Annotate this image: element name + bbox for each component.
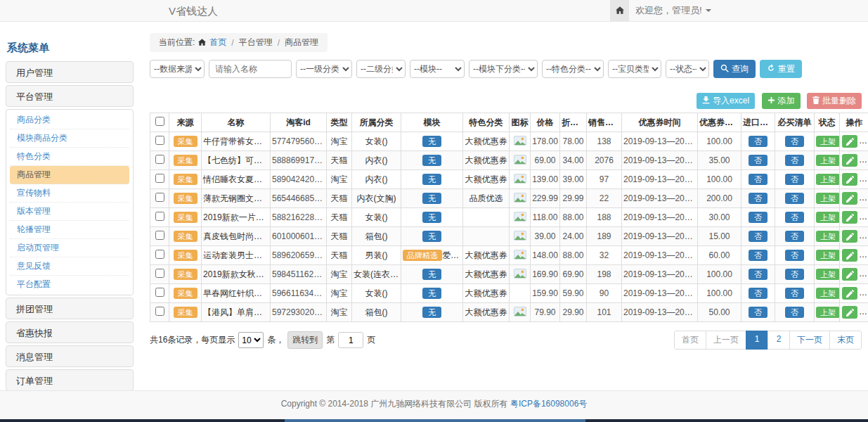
imported-flag-button[interactable]: 否 — [749, 288, 767, 300]
imported-flag-button[interactable]: 否 — [749, 174, 767, 186]
item-type-select[interactable]: --宝贝类型-- — [608, 60, 661, 78]
level1-category-select[interactable]: --一级分类-- — [296, 60, 352, 78]
row-checkbox[interactable] — [155, 288, 164, 297]
must-buy-flag-button[interactable]: 否 — [785, 174, 804, 186]
sidebar-group-4[interactable]: 消息管理 — [6, 345, 134, 367]
page-button-下一页[interactable]: 下一页 — [789, 331, 830, 350]
must-buy-flag-button[interactable]: 否 — [785, 307, 804, 319]
must-buy-flag-button[interactable]: 否 — [785, 155, 804, 167]
status-badge[interactable]: 上架 — [816, 212, 840, 224]
select-all-checkbox[interactable] — [155, 117, 164, 126]
page-button-末页[interactable]: 末页 — [829, 331, 862, 350]
edit-button[interactable] — [842, 249, 857, 262]
edit-button[interactable] — [842, 154, 857, 167]
sidebar-item[interactable]: 启动页管理 — [10, 239, 129, 257]
taoke-id: 577479560965 — [271, 132, 327, 151]
navbar-home-button[interactable] — [610, 0, 629, 21]
name-input[interactable] — [209, 60, 292, 78]
edit-button[interactable] — [842, 173, 857, 186]
sidebar-group-0[interactable]: 用户管理 — [6, 61, 134, 83]
status-badge[interactable]: 上架 — [816, 174, 840, 186]
row-checkbox[interactable] — [155, 307, 164, 316]
column-header: 优惠券时间 — [622, 113, 698, 132]
row-checkbox[interactable] — [155, 250, 164, 259]
imported-flag-button[interactable]: 否 — [749, 307, 767, 319]
row-checkbox[interactable] — [155, 174, 164, 183]
row-checkbox[interactable] — [155, 136, 164, 145]
reset-button[interactable]: 重置 — [760, 60, 802, 78]
must-buy-flag-button[interactable]: 否 — [785, 212, 804, 224]
edit-button[interactable] — [842, 192, 857, 205]
search-button[interactable]: 查询 — [713, 60, 756, 78]
import-excel-button[interactable]: 导入excel — [697, 93, 755, 109]
sidebar-item[interactable]: 宣传物料 — [10, 184, 129, 203]
page-button-2[interactable]: 2 — [767, 331, 790, 350]
status-select[interactable]: --状态-- — [666, 60, 709, 78]
edit-button[interactable] — [842, 230, 857, 243]
imported-flag-button[interactable]: 否 — [749, 136, 767, 148]
row-checkbox[interactable] — [155, 269, 164, 278]
edit-button[interactable] — [842, 306, 857, 319]
status-cell: 上架 — [815, 284, 840, 303]
page-button-首页[interactable]: 首页 — [674, 331, 706, 350]
status-badge[interactable]: 上架 — [816, 307, 840, 319]
must-buy-flag-button[interactable]: 否 — [785, 136, 804, 148]
imported-flag-button[interactable]: 否 — [749, 231, 767, 243]
imported-flag-button[interactable]: 否 — [749, 212, 767, 224]
sidebar-item[interactable]: 模块商品分类 — [10, 129, 129, 148]
imported-flag-button[interactable]: 否 — [749, 155, 767, 167]
imported-flag-button[interactable]: 否 — [749, 269, 767, 281]
sidebar-group-2[interactable]: 拼团管理 — [6, 298, 134, 319]
imported-flag-button[interactable]: 否 — [749, 250, 767, 262]
sidebar-item[interactable]: 商品分类 — [10, 111, 129, 129]
jump-button[interactable]: 跳转到 — [287, 331, 323, 349]
must-buy-flag-button[interactable]: 否 — [785, 269, 804, 281]
row-select-cell — [150, 227, 169, 246]
level2-category-select[interactable]: --二级分类-- — [356, 60, 406, 78]
status-badge[interactable]: 上架 — [816, 193, 840, 205]
module-sub-category-select[interactable]: --模块下分类-- — [469, 60, 538, 78]
page-button-1[interactable]: 1 — [746, 331, 768, 350]
breadcrumb-home-link[interactable]: 首页 — [209, 37, 226, 49]
edit-button[interactable] — [842, 268, 857, 281]
must-buy-flag-button[interactable]: 否 — [785, 193, 804, 205]
module-select[interactable]: --模块-- — [410, 60, 465, 78]
user-menu[interactable]: 欢迎您，管理员! — [635, 0, 711, 21]
status-badge[interactable]: 上架 — [816, 231, 840, 243]
sidebar-item[interactable]: 轮播管理 — [10, 221, 129, 239]
status-badge[interactable]: 上架 — [816, 288, 840, 300]
row-checkbox[interactable] — [155, 155, 164, 164]
page-button-上一页[interactable]: 上一页 — [706, 331, 746, 350]
must-buy-flag-button[interactable]: 否 — [785, 231, 804, 243]
sidebar-item[interactable]: 意见反馈 — [10, 257, 129, 276]
status-badge[interactable]: 上架 — [816, 250, 840, 262]
edit-button[interactable] — [842, 135, 857, 148]
sidebar-group-3[interactable]: 省惠快报 — [6, 321, 134, 343]
feature-category-select[interactable]: --特色分类-- — [542, 60, 604, 78]
page-jump-input[interactable] — [338, 332, 363, 348]
status-badge[interactable]: 上架 — [816, 269, 840, 281]
sidebar-item[interactable]: 平台配置 — [10, 276, 129, 293]
product-category: 女装() — [352, 132, 401, 151]
row-checkbox[interactable] — [155, 193, 164, 202]
edit-button[interactable] — [842, 287, 857, 300]
sidebar-item-active[interactable]: 商品管理 — [10, 166, 129, 184]
sidebar-item[interactable]: 特色分类 — [10, 148, 129, 166]
must-buy-flag-button[interactable]: 否 — [785, 250, 804, 262]
page-size-select[interactable]: 10 — [238, 332, 264, 348]
sidebar-group-1[interactable]: 平台管理 — [6, 85, 134, 107]
must-buy-flag-button[interactable]: 否 — [785, 288, 804, 300]
status-badge[interactable]: 上架 — [816, 155, 840, 167]
row-checkbox[interactable] — [155, 231, 164, 240]
feature-category: 大额优惠券 — [463, 170, 510, 189]
data-source-select[interactable]: --数据来源-- — [150, 60, 205, 78]
imported-flag-button[interactable]: 否 — [749, 193, 767, 205]
sidebar-group-5[interactable]: 订单管理 — [6, 369, 134, 391]
edit-button[interactable] — [842, 211, 857, 224]
icp-link[interactable]: 粤ICP备16098006号 — [510, 399, 587, 409]
sidebar-item[interactable]: 版本管理 — [10, 203, 129, 221]
add-button[interactable]: 添加 — [762, 93, 801, 109]
batch-delete-button[interactable]: 批量删除 — [807, 93, 862, 109]
status-badge[interactable]: 上架 — [816, 136, 840, 148]
row-checkbox[interactable] — [155, 212, 164, 221]
